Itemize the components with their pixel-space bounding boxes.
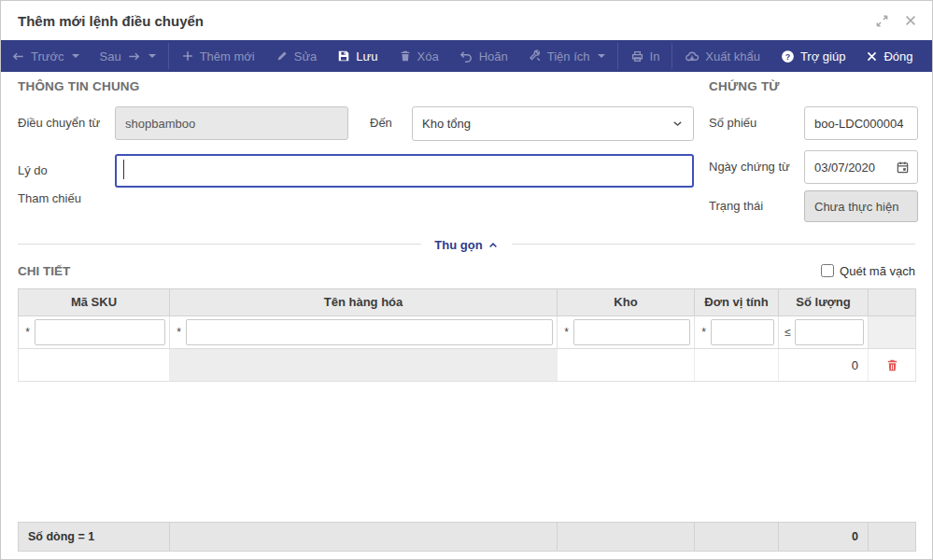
delete-label: Xóa xyxy=(417,49,439,63)
chevron-down-icon xyxy=(148,54,156,58)
close-x-icon xyxy=(866,50,878,63)
utilities-button[interactable]: Tiện ích xyxy=(518,40,615,72)
toolbar-separator xyxy=(168,43,169,69)
export-label: Xuất khẩu xyxy=(705,49,760,63)
print-label: In xyxy=(650,49,660,63)
filter-warehouse-input[interactable] xyxy=(573,319,690,345)
row-sku-cell[interactable] xyxy=(19,349,170,381)
detail-grid: Mã SKU Tên hàng hóa Kho Đơn vị tính Số l… xyxy=(18,288,916,552)
trash-red-icon xyxy=(885,358,899,372)
toolbar: Trước Sau Thêm mới Sửa Lưu Xóa Hoãn xyxy=(1,40,932,72)
save-button[interactable]: Lưu xyxy=(327,40,388,72)
close-button[interactable]: Đóng xyxy=(855,40,923,72)
filter-operator-icon[interactable]: * xyxy=(21,326,35,339)
row-quantity-cell[interactable]: 0 xyxy=(779,349,869,381)
transfer-from-label: Điều chuyển từ xyxy=(18,106,100,140)
collapse-button[interactable]: Thu gọn xyxy=(421,238,511,252)
undo-icon xyxy=(459,49,474,63)
row-warehouse-cell[interactable] xyxy=(558,349,695,381)
filter-operator-icon[interactable]: * xyxy=(697,326,711,339)
prev-label: Trước xyxy=(31,49,64,63)
reason-input[interactable] xyxy=(115,154,694,188)
detail-section-title: CHI TIẾT xyxy=(18,264,70,278)
next-label: Sau xyxy=(100,49,121,63)
column-header-name[interactable]: Tên hàng hóa xyxy=(170,289,558,315)
document-date-value: 03/07/2020 xyxy=(814,161,875,175)
document-section-title: CHỨNG TỪ xyxy=(709,79,780,93)
add-new-button[interactable]: Thêm mới xyxy=(171,40,265,72)
plus-icon xyxy=(181,49,194,63)
filter-sku-input[interactable] xyxy=(35,319,165,345)
to-select[interactable]: Kho tổng xyxy=(412,106,694,141)
document-number-label: Số phiếu xyxy=(709,106,756,140)
quantity-total: 0 xyxy=(779,523,869,551)
general-section-title: THÔNG TIN CHUNG xyxy=(18,79,140,93)
chevron-down-icon xyxy=(671,118,684,130)
close-icon[interactable] xyxy=(904,14,917,27)
grid-filter-row: * * * * ≤ xyxy=(18,316,916,349)
svg-text:?: ? xyxy=(785,51,790,61)
chevron-down-icon xyxy=(598,54,605,58)
delete-button[interactable]: Xóa xyxy=(389,40,449,72)
barcode-scan-toggle[interactable]: Quét mã vạch xyxy=(821,264,915,278)
chevron-down-icon xyxy=(72,54,79,58)
export-button[interactable]: Xuất khẩu xyxy=(674,40,770,72)
text-cursor xyxy=(123,160,124,179)
cloud-download-icon xyxy=(685,49,700,63)
utilities-label: Tiện ích xyxy=(547,49,590,63)
barcode-checkbox[interactable] xyxy=(821,264,834,277)
tools-icon xyxy=(529,49,542,63)
help-button[interactable]: ? Trợ giúp xyxy=(770,40,856,72)
edit-button[interactable]: Sửa xyxy=(265,40,328,72)
document-date-input[interactable]: 03/07/2020 xyxy=(804,150,918,184)
filter-unit-input[interactable] xyxy=(711,319,774,345)
dialog-title: Thêm mới lệnh điều chuyển xyxy=(18,13,204,29)
column-header-warehouse[interactable]: Kho xyxy=(558,289,695,315)
filter-operator-icon[interactable]: * xyxy=(172,326,186,339)
chevron-up-icon xyxy=(488,240,499,251)
column-header-sku[interactable]: Mã SKU xyxy=(19,289,170,315)
transfer-order-dialog: Thêm mới lệnh điều chuyển Trước Sau Thêm… xyxy=(0,0,933,560)
detail-header: CHI TIẾT Quét mã vạch xyxy=(1,257,932,285)
postpone-label: Hoãn xyxy=(479,49,508,63)
column-header-unit[interactable]: Đơn vị tính xyxy=(695,289,779,315)
filter-name-input[interactable] xyxy=(186,319,553,345)
row-unit-cell[interactable] xyxy=(695,349,779,381)
status-value-box: Chưa thực hiện xyxy=(804,190,918,222)
filter-operator-icon[interactable]: ≤ xyxy=(781,326,795,339)
help-label: Trợ giúp xyxy=(800,49,846,63)
save-icon xyxy=(337,49,350,63)
printer-icon xyxy=(630,49,644,63)
toolbar-separator xyxy=(671,43,672,69)
table-row[interactable]: 0 xyxy=(18,349,916,382)
grid-header-row: Mã SKU Tên hàng hóa Kho Đơn vị tính Số l… xyxy=(18,288,916,316)
calendar-icon xyxy=(896,161,910,175)
arrow-left-icon xyxy=(11,49,25,63)
delete-row-button[interactable] xyxy=(885,358,899,372)
form-area: THÔNG TIN CHUNG CHỨNG TỪ Điều chuyển từ … xyxy=(1,72,932,232)
print-button[interactable]: In xyxy=(620,40,671,72)
add-new-label: Thêm mới xyxy=(200,49,255,63)
expand-icon[interactable] xyxy=(875,14,889,28)
status-value: Chưa thực hiện xyxy=(814,200,898,214)
grid-footer-row: Số dòng = 1 0 xyxy=(18,522,916,552)
titlebar: Thêm mới lệnh điều chuyển xyxy=(1,1,932,40)
pencil-icon xyxy=(276,49,289,63)
help-icon: ? xyxy=(781,49,795,63)
to-label: Đến xyxy=(370,106,392,140)
edit-label: Sửa xyxy=(294,49,318,63)
row-count-summary: Số dòng = 1 xyxy=(19,523,170,551)
status-label: Trạng thái xyxy=(709,189,763,223)
document-date-label: Ngày chứng từ xyxy=(709,150,790,184)
postpone-button[interactable]: Hoãn xyxy=(449,40,518,72)
filter-quantity-input[interactable] xyxy=(795,319,864,345)
prev-button[interactable]: Trước xyxy=(1,40,90,72)
barcode-label: Quét mã vạch xyxy=(840,264,915,278)
column-header-quantity[interactable]: Số lượng xyxy=(779,289,869,315)
transfer-from-input xyxy=(115,106,348,140)
filter-operator-icon[interactable]: * xyxy=(559,326,573,339)
next-button[interactable]: Sau xyxy=(90,40,166,72)
close-label: Đóng xyxy=(884,49,912,63)
document-number-input[interactable] xyxy=(804,106,918,140)
to-select-value: Kho tổng xyxy=(422,117,471,131)
